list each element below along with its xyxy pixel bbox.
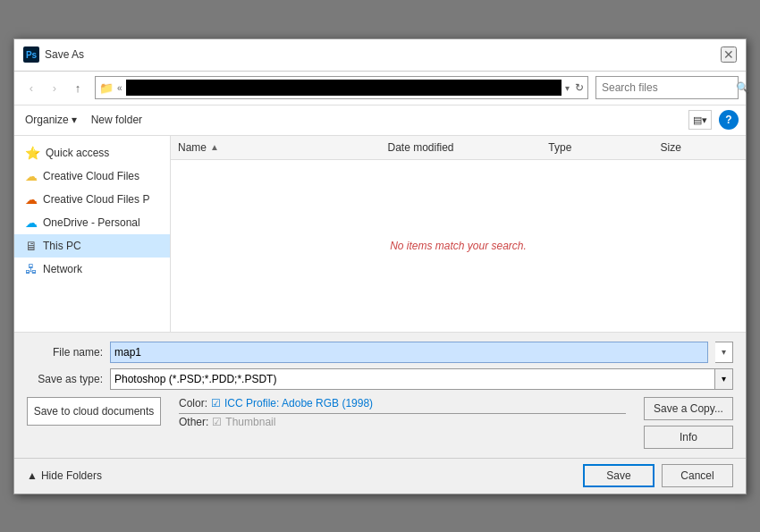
filename-dropdown-arrow[interactable]: ▾ bbox=[715, 342, 733, 363]
creative-cloud-p-icon: ☁ bbox=[25, 192, 38, 207]
options-row: Save to cloud documents Color: ☑ ICC Pro… bbox=[27, 397, 733, 449]
title-bar-left: Ps Save As bbox=[23, 46, 721, 63]
refresh-icon[interactable]: ↻ bbox=[575, 81, 584, 94]
filename-label: File name: bbox=[27, 346, 103, 359]
search-input[interactable] bbox=[602, 81, 736, 94]
new-folder-button[interactable]: New folder bbox=[88, 112, 146, 128]
sidebar-item-onedrive[interactable]: ☁ OneDrive - Personal bbox=[14, 211, 170, 234]
save-as-dialog: Ps Save As ✕ ‹ › ↑ 📁 « ▾ ↻ 🔍 Organize ▾ … bbox=[13, 38, 747, 494]
col-header-type[interactable]: Type bbox=[541, 139, 653, 156]
this-pc-icon: 🖥 bbox=[25, 239, 38, 253]
other-label: Other: bbox=[179, 416, 208, 428]
col-header-name[interactable]: Name ▲ bbox=[171, 139, 380, 156]
search-box[interactable]: 🔍 bbox=[595, 76, 739, 99]
quick-access-icon: ⭐ bbox=[25, 146, 40, 160]
up-button[interactable]: ↑ bbox=[68, 78, 88, 97]
sidebar-label-cc-files-p: Creative Cloud Files P bbox=[43, 193, 159, 206]
col-type-label: Type bbox=[548, 141, 571, 154]
thumbnail-label: Thumbnail bbox=[225, 416, 275, 428]
sidebar-item-this-pc[interactable]: 🖥 This PC bbox=[14, 234, 170, 258]
dialog-title: Save As bbox=[45, 48, 84, 61]
save-button[interactable]: Save bbox=[583, 464, 654, 487]
back-button[interactable]: ‹ bbox=[21, 78, 41, 97]
main-content: ⭐ Quick access ☁ Creative Cloud Files ☁ … bbox=[14, 136, 746, 333]
color-label: Color: bbox=[179, 397, 207, 410]
file-list-header: Name ▲ Date modified Type Size bbox=[171, 136, 746, 160]
address-chevrons: « bbox=[117, 83, 122, 93]
sidebar: ⭐ Quick access ☁ Creative Cloud Files ☁ … bbox=[14, 136, 171, 332]
close-button[interactable]: ✕ bbox=[721, 46, 737, 63]
address-path bbox=[126, 80, 562, 96]
filename-input[interactable] bbox=[110, 342, 708, 363]
savetype-row: Save as type: Photoshop (*.PSD;*.PDD;*.P… bbox=[27, 368, 733, 390]
creative-cloud-icon: ☁ bbox=[25, 169, 38, 183]
save-copy-button[interactable]: Save a Copy... bbox=[644, 397, 733, 420]
sidebar-label-quick-access: Quick access bbox=[46, 147, 159, 159]
network-icon: 🖧 bbox=[25, 262, 38, 276]
sort-arrow-name: ▲ bbox=[210, 142, 219, 152]
right-buttons: Save a Copy... Info bbox=[644, 397, 733, 449]
sidebar-item-network[interactable]: 🖧 Network bbox=[14, 258, 170, 281]
address-bar[interactable]: 📁 « ▾ ↻ bbox=[95, 76, 588, 99]
savetype-select-wrapper: Photoshop (*.PSD;*.PDD;*.PSDT) ▾ bbox=[110, 368, 733, 390]
filename-row: File name: ▾ bbox=[27, 342, 733, 363]
savetype-dropdown-arrow[interactable]: ▾ bbox=[715, 368, 733, 390]
nav-bar: ‹ › ↑ 📁 « ▾ ↻ 🔍 bbox=[14, 72, 746, 106]
icc-checkbox[interactable]: ☑ bbox=[211, 397, 221, 410]
hide-folders-button[interactable]: ▲ Hide Folders bbox=[27, 469, 102, 482]
options-center: Color: ☑ ICC Profile: Adobe RGB (1998) O… bbox=[170, 397, 635, 428]
folder-icon: 📁 bbox=[99, 81, 114, 95]
sidebar-label-cc-files: Creative Cloud Files bbox=[43, 170, 159, 182]
other-row: Other: ☑ Thumbnail bbox=[179, 416, 626, 428]
sidebar-item-creative-cloud-files[interactable]: ☁ Creative Cloud Files bbox=[14, 165, 170, 188]
sidebar-item-quick-access[interactable]: ⭐ Quick access bbox=[14, 141, 170, 165]
info-button[interactable]: Info bbox=[644, 426, 733, 449]
sidebar-label-network: Network bbox=[43, 263, 159, 275]
onedrive-icon: ☁ bbox=[25, 215, 38, 230]
savetype-label: Save as type: bbox=[27, 373, 103, 385]
sidebar-item-creative-cloud-files-p[interactable]: ☁ Creative Cloud Files P bbox=[14, 188, 170, 211]
col-name-label: Name bbox=[178, 141, 207, 154]
organize-button[interactable]: Organize ▾ bbox=[21, 112, 80, 128]
icc-profile-link[interactable]: ICC Profile: Adobe RGB (1998) bbox=[224, 397, 373, 410]
hide-folders-label: Hide Folders bbox=[41, 469, 102, 482]
organize-label: Organize bbox=[25, 114, 69, 126]
color-separator bbox=[179, 413, 626, 414]
col-header-size[interactable]: Size bbox=[654, 139, 746, 156]
forward-button[interactable]: › bbox=[45, 78, 64, 97]
bottom-section: File name: ▾ Save as type: Photoshop (*.… bbox=[14, 333, 746, 458]
view-button[interactable]: ▤▾ bbox=[688, 110, 712, 130]
save-to-cloud-button[interactable]: Save to cloud documents bbox=[27, 397, 161, 426]
ps-icon: Ps bbox=[23, 46, 39, 63]
color-row: Color: ☑ ICC Profile: Adobe RGB (1998) bbox=[179, 397, 626, 410]
organize-dropdown-icon: ▾ bbox=[72, 114, 77, 126]
cancel-button[interactable]: Cancel bbox=[662, 464, 733, 487]
file-list-area: Name ▲ Date modified Type Size No items … bbox=[171, 136, 746, 332]
search-icon: 🔍 bbox=[736, 81, 749, 94]
sidebar-label-this-pc: This PC bbox=[43, 240, 159, 252]
thumbnail-checkbox[interactable]: ☑ bbox=[212, 416, 222, 428]
col-size-label: Size bbox=[661, 141, 681, 154]
empty-message: No items match your search. bbox=[171, 160, 746, 332]
address-dropdown-icon[interactable]: ▾ bbox=[565, 83, 570, 93]
toolbar: Organize ▾ New folder ▤▾ ? bbox=[14, 106, 746, 136]
savetype-display[interactable]: Photoshop (*.PSD;*.PDD;*.PSDT) bbox=[110, 368, 715, 390]
hide-folders-arrow: ▲ bbox=[27, 469, 38, 482]
title-bar: Ps Save As ✕ bbox=[14, 39, 746, 72]
col-date-label: Date modified bbox=[387, 141, 453, 154]
sidebar-label-onedrive: OneDrive - Personal bbox=[43, 216, 159, 229]
col-header-date[interactable]: Date modified bbox=[380, 139, 541, 156]
footer: ▲ Hide Folders Save Cancel bbox=[14, 458, 746, 494]
help-button[interactable]: ? bbox=[719, 110, 739, 130]
